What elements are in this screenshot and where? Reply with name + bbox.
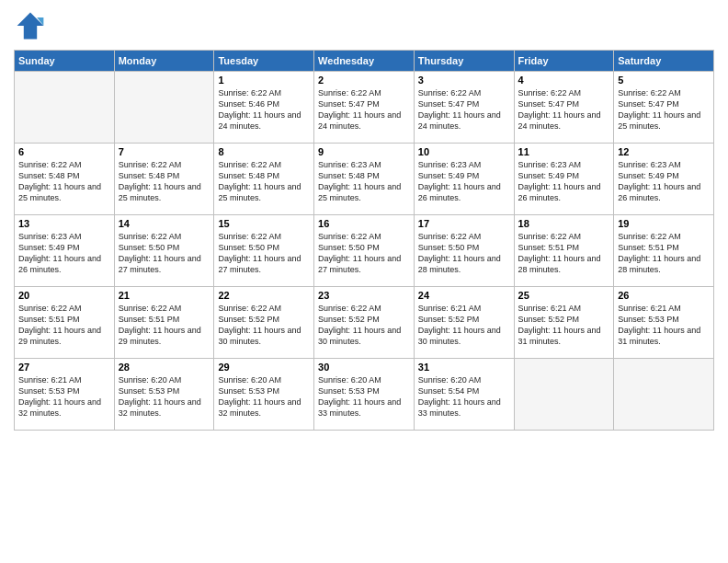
calendar-cell: 5Sunrise: 6:22 AMSunset: 5:47 PMDaylight… [614,72,714,144]
day-number: 22 [218,290,310,301]
day-info: Sunrise: 6:22 AMSunset: 5:51 PMDaylight:… [18,303,110,348]
day-info: Sunrise: 6:20 AMSunset: 5:53 PMDaylight:… [119,374,210,419]
day-number: 11 [518,146,610,157]
weekday-header-sunday: Sunday [15,51,115,72]
calendar-table: SundayMondayTuesdayWednesdayThursdayFrid… [14,50,714,431]
calendar-week-5: 27Sunrise: 6:21 AMSunset: 5:53 PMDayligh… [15,359,714,431]
calendar-week-3: 13Sunrise: 6:23 AMSunset: 5:49 PMDayligh… [15,215,714,287]
calendar-cell: 22Sunrise: 6:22 AMSunset: 5:52 PMDayligh… [214,287,314,359]
calendar-cell: 8Sunrise: 6:22 AMSunset: 5:48 PMDaylight… [214,144,314,215]
calendar-cell: 30Sunrise: 6:20 AMSunset: 5:53 PMDayligh… [314,359,415,431]
day-number: 4 [518,75,610,86]
day-number: 29 [218,362,310,373]
calendar-cell: 26Sunrise: 6:21 AMSunset: 5:53 PMDayligh… [614,287,714,359]
day-info: Sunrise: 6:22 AMSunset: 5:50 PMDaylight:… [318,231,410,276]
day-info: Sunrise: 6:22 AMSunset: 5:51 PMDaylight:… [618,231,710,276]
day-info: Sunrise: 6:21 AMSunset: 5:53 PMDaylight:… [618,303,710,348]
calendar-cell: 25Sunrise: 6:21 AMSunset: 5:52 PMDayligh… [514,287,614,359]
day-info: Sunrise: 6:22 AMSunset: 5:52 PMDaylight:… [318,303,410,348]
day-number: 31 [418,362,510,373]
day-number: 1 [218,75,310,86]
day-info: Sunrise: 6:22 AMSunset: 5:48 PMDaylight:… [218,159,310,204]
day-number: 2 [318,75,410,86]
day-number: 8 [218,146,310,157]
calendar-cell [514,359,614,431]
calendar-cell: 31Sunrise: 6:20 AMSunset: 5:54 PMDayligh… [414,359,514,431]
day-info: Sunrise: 6:22 AMSunset: 5:46 PMDaylight:… [218,87,310,132]
day-number: 17 [418,218,510,229]
day-info: Sunrise: 6:22 AMSunset: 5:47 PMDaylight:… [418,87,510,132]
day-info: Sunrise: 6:23 AMSunset: 5:49 PMDaylight:… [518,159,610,204]
day-number: 14 [119,218,210,229]
calendar-week-1: 1Sunrise: 6:22 AMSunset: 5:46 PMDaylight… [15,72,714,144]
calendar-cell: 4Sunrise: 6:22 AMSunset: 5:47 PMDaylight… [514,72,614,144]
weekday-header-monday: Monday [114,51,214,72]
calendar-cell: 21Sunrise: 6:22 AMSunset: 5:51 PMDayligh… [114,287,214,359]
day-number: 15 [218,218,310,229]
calendar-cell: 12Sunrise: 6:23 AMSunset: 5:49 PMDayligh… [614,144,714,215]
calendar-cell: 11Sunrise: 6:23 AMSunset: 5:49 PMDayligh… [514,144,614,215]
calendar-cell: 17Sunrise: 6:22 AMSunset: 5:50 PMDayligh… [414,215,514,287]
day-info: Sunrise: 6:21 AMSunset: 5:52 PMDaylight:… [418,303,510,348]
day-info: Sunrise: 6:22 AMSunset: 5:47 PMDaylight:… [518,87,610,132]
weekday-header-thursday: Thursday [414,51,514,72]
day-info: Sunrise: 6:23 AMSunset: 5:49 PMDaylight:… [18,231,110,276]
day-info: Sunrise: 6:23 AMSunset: 5:49 PMDaylight:… [418,159,510,204]
weekday-header-wednesday: Wednesday [314,51,415,72]
day-info: Sunrise: 6:20 AMSunset: 5:54 PMDaylight:… [418,374,510,419]
day-info: Sunrise: 6:22 AMSunset: 5:51 PMDaylight:… [119,303,210,348]
calendar-cell: 27Sunrise: 6:21 AMSunset: 5:53 PMDayligh… [15,359,115,431]
day-number: 18 [518,218,610,229]
calendar-header: SundayMondayTuesdayWednesdayThursdayFrid… [15,51,714,72]
day-number: 25 [518,290,610,301]
day-info: Sunrise: 6:22 AMSunset: 5:48 PMDaylight:… [18,159,110,204]
calendar-cell: 14Sunrise: 6:22 AMSunset: 5:50 PMDayligh… [114,215,214,287]
day-number: 26 [618,290,710,301]
calendar-cell: 9Sunrise: 6:23 AMSunset: 5:48 PMDaylight… [314,144,415,215]
day-number: 19 [618,218,710,229]
day-info: Sunrise: 6:21 AMSunset: 5:53 PMDaylight:… [18,374,110,419]
day-info: Sunrise: 6:22 AMSunset: 5:50 PMDaylight:… [218,231,310,276]
day-number: 10 [418,146,510,157]
day-number: 27 [18,362,110,373]
weekday-header-row: SundayMondayTuesdayWednesdayThursdayFrid… [15,51,714,72]
calendar-cell: 10Sunrise: 6:23 AMSunset: 5:49 PMDayligh… [414,144,514,215]
day-number: 21 [119,290,210,301]
calendar-cell: 3Sunrise: 6:22 AMSunset: 5:47 PMDaylight… [414,72,514,144]
calendar-cell: 16Sunrise: 6:22 AMSunset: 5:50 PMDayligh… [314,215,415,287]
weekday-header-tuesday: Tuesday [214,51,314,72]
calendar-cell [15,72,115,144]
day-number: 30 [318,362,410,373]
weekday-header-saturday: Saturday [614,51,714,72]
day-info: Sunrise: 6:20 AMSunset: 5:53 PMDaylight:… [318,374,410,419]
header [14,9,714,42]
day-number: 20 [18,290,110,301]
day-number: 3 [418,75,510,86]
calendar-week-2: 6Sunrise: 6:22 AMSunset: 5:48 PMDaylight… [15,144,714,215]
calendar-body: 1Sunrise: 6:22 AMSunset: 5:46 PMDaylight… [15,72,714,431]
day-number: 28 [119,362,210,373]
day-info: Sunrise: 6:23 AMSunset: 5:49 PMDaylight:… [618,159,710,204]
logo-icon [14,9,47,42]
calendar-cell [614,359,714,431]
page: SundayMondayTuesdayWednesdayThursdayFrid… [0,0,728,563]
day-number: 6 [18,146,110,157]
day-number: 12 [618,146,710,157]
day-info: Sunrise: 6:22 AMSunset: 5:50 PMDaylight:… [119,231,210,276]
calendar-cell: 23Sunrise: 6:22 AMSunset: 5:52 PMDayligh… [314,287,415,359]
calendar-cell: 7Sunrise: 6:22 AMSunset: 5:48 PMDaylight… [114,144,214,215]
calendar-cell [114,72,214,144]
calendar-cell: 13Sunrise: 6:23 AMSunset: 5:49 PMDayligh… [15,215,115,287]
weekday-header-friday: Friday [514,51,614,72]
day-info: Sunrise: 6:22 AMSunset: 5:48 PMDaylight:… [119,159,210,204]
calendar-cell: 28Sunrise: 6:20 AMSunset: 5:53 PMDayligh… [114,359,214,431]
day-number: 5 [618,75,710,86]
day-info: Sunrise: 6:23 AMSunset: 5:48 PMDaylight:… [318,159,410,204]
calendar-week-4: 20Sunrise: 6:22 AMSunset: 5:51 PMDayligh… [15,287,714,359]
day-number: 23 [318,290,410,301]
calendar-cell: 19Sunrise: 6:22 AMSunset: 5:51 PMDayligh… [614,215,714,287]
day-info: Sunrise: 6:20 AMSunset: 5:53 PMDaylight:… [218,374,310,419]
day-info: Sunrise: 6:21 AMSunset: 5:52 PMDaylight:… [518,303,610,348]
day-number: 24 [418,290,510,301]
calendar-cell: 6Sunrise: 6:22 AMSunset: 5:48 PMDaylight… [15,144,115,215]
